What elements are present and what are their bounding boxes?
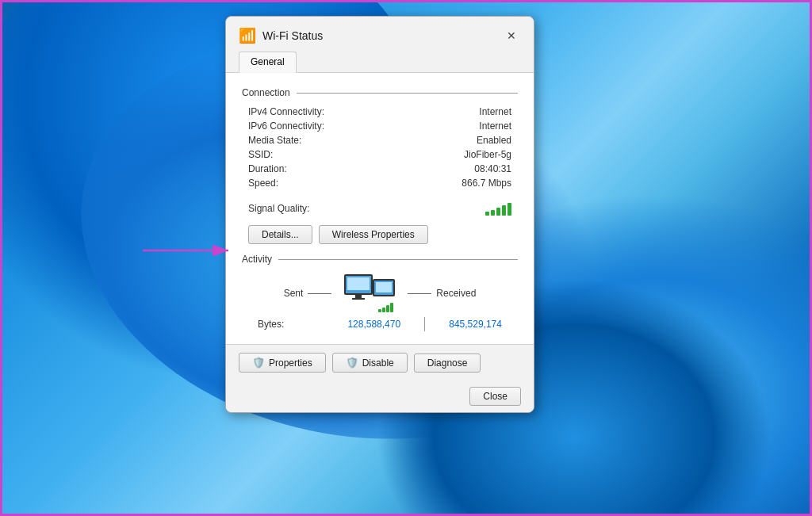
activity-section-header: Activity (242, 254, 518, 265)
detail-buttons: Details... Wireless Properties (242, 225, 518, 244)
disable-label: Disable (362, 357, 394, 369)
connection-section-header: Connection (242, 87, 518, 98)
diagnose-button[interactable]: Diagnose (414, 354, 481, 373)
connection-line (297, 93, 518, 94)
bytes-label: Bytes: (258, 319, 284, 330)
monitor-small-screen (376, 282, 392, 292)
media-state-label: Media State: (248, 135, 301, 146)
dialog-tabs: General (226, 45, 534, 73)
dialog-content: Connection IPv4 Connectivity: Internet I… (226, 73, 534, 344)
speed-row: Speed: 866.7 Mbps (242, 176, 518, 190)
media-state-value: Enabled (477, 135, 511, 146)
footer-close-button[interactable]: Close (469, 387, 521, 406)
activity-signal-bars (378, 303, 393, 312)
media-state-row: Media State: Enabled (242, 133, 518, 147)
activity-line (278, 259, 518, 260)
speed-value: 866.7 Mbps (462, 178, 511, 189)
monitor-base (352, 298, 365, 300)
signal-quality-label: Signal Quality: (248, 203, 309, 214)
signal-bar-1 (485, 212, 489, 216)
details-button[interactable]: Details... (248, 225, 312, 244)
monitor-small (373, 279, 395, 296)
signal-bar-2 (491, 210, 495, 216)
tab-general[interactable]: General (239, 52, 297, 73)
bytes-row: Bytes: 128,588,470 845,529,174 (242, 317, 518, 331)
connection-info-table: IPv4 Connectivity: Internet IPv6 Connect… (242, 105, 518, 190)
activity-label: Activity (242, 254, 278, 265)
speed-arrow (143, 243, 238, 258)
ipv6-value: Internet (479, 120, 511, 132)
bottom-buttons: 🛡️ Properties 🛡️ Disable Diagnose (226, 344, 534, 380)
properties-button[interactable]: 🛡️ Properties (239, 353, 326, 373)
bytes-divider (424, 317, 425, 331)
sent-line (308, 293, 331, 294)
ipv6-row: IPv6 Connectivity: Internet (242, 119, 518, 133)
bytes-received: 845,529,174 (449, 319, 502, 330)
shield-icon-properties: 🛡️ (252, 357, 265, 369)
ipv6-label: IPv6 Connectivity: (248, 120, 324, 132)
network-activity-icon (344, 274, 395, 312)
activity-section: Activity Sent (242, 254, 518, 331)
bytes-sent: 128,588,470 (347, 319, 400, 330)
dialog-titlebar: 📶 Wi-Fi Status ✕ (226, 17, 534, 45)
properties-label: Properties (269, 357, 312, 369)
signal-bar-3 (496, 208, 500, 216)
close-button[interactable]: ✕ (502, 26, 521, 45)
received-label-area: Received (408, 288, 476, 299)
signal-bar-5 (508, 203, 511, 216)
disable-button[interactable]: 🛡️ Disable (332, 353, 408, 373)
ssid-label: SSID: (248, 149, 273, 160)
wireless-properties-button[interactable]: Wireless Properties (319, 225, 428, 244)
duration-value: 08:40:31 (474, 163, 511, 174)
dialog-title-area: 📶 Wi-Fi Status (239, 27, 323, 44)
duration-label: Duration: (248, 163, 287, 174)
ssid-row: SSID: JioFiber-5g (242, 147, 518, 162)
monitor-large-screen (347, 277, 370, 290)
ssid-value: JioFiber-5g (464, 149, 511, 160)
duration-row: Duration: 08:40:31 (242, 162, 518, 176)
connection-label: Connection (242, 87, 297, 98)
shield-icon-disable: 🛡️ (346, 357, 358, 369)
sent-label-area: Sent (284, 288, 332, 299)
wifi-status-dialog: 📶 Wi-Fi Status ✕ General Connection IPv4… (225, 16, 534, 413)
signal-quality-row: Signal Quality: (242, 200, 518, 217)
ipv4-label: IPv4 Connectivity: (248, 106, 324, 117)
received-label: Received (436, 288, 476, 299)
ipv4-value: Internet (479, 106, 511, 117)
ipv4-row: IPv4 Connectivity: Internet (242, 105, 518, 119)
sent-label: Sent (284, 288, 304, 299)
monitor-large (344, 274, 373, 295)
received-line (408, 293, 431, 294)
wifi-icon: 📶 (239, 27, 256, 44)
dialog-title: Wi-Fi Status (262, 29, 323, 42)
speed-label: Speed: (248, 178, 278, 189)
signal-bar-4 (502, 205, 506, 216)
signal-bars (485, 201, 511, 216)
close-row: Close (226, 380, 534, 412)
